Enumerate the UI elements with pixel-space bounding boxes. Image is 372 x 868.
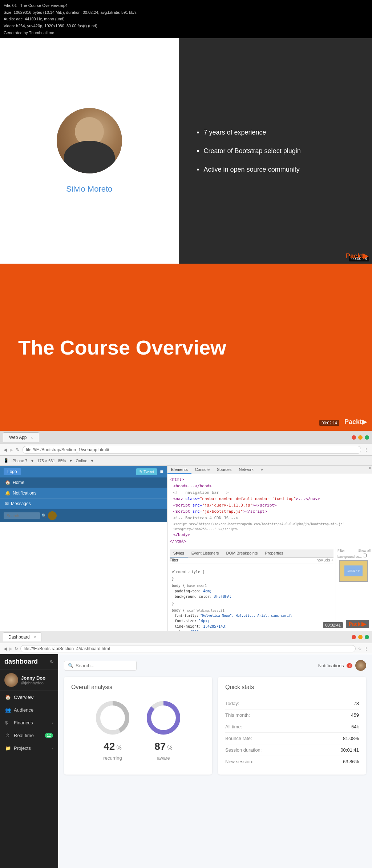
dash-max-btn[interactable] [365, 635, 369, 639]
bullet-3: Active in open source community [197, 165, 354, 174]
quick-stats-title: Quick stats [225, 684, 359, 691]
donut-recurring: 42 % recurring [93, 698, 133, 761]
search-icon: 🔍 [41, 513, 46, 518]
dash-tab[interactable]: Dashboard × [3, 632, 41, 641]
styles-filter: Filter :hov .cls + [170, 558, 333, 564]
nav-notifications[interactable]: 🔔 Notifications [0, 488, 167, 499]
minimize-btn[interactable] [358, 435, 363, 440]
webapp-preview: Logo ✎ Tweet ≡ 🏠 Home 🔔 Notifications ✉ … [0, 466, 167, 631]
dash-address[interactable]: file:///E:/Bootstrap/Section_4/dashboard… [20, 645, 356, 652]
nav-home[interactable]: 🏠 Home [0, 477, 167, 488]
device-bar: 📱 iPhone 7 ▼ 175 × 661 85% ▼ Online ▼ [0, 456, 372, 466]
background-checkbox[interactable] [363, 553, 367, 558]
webapp-navbar: Logo ✎ Tweet ≡ [0, 466, 167, 477]
quick-stats-card: Quick stats Today: 78 This month: 459 Al… [218, 677, 366, 775]
dash-window-controls [352, 635, 369, 639]
video-info: Video: h264, yuv420p, 1920x1080, 30.00 f… [4, 23, 368, 29]
top-bar-avatar [355, 660, 366, 671]
sidebar-item-projects[interactable]: 📁 Projects › [0, 742, 58, 755]
event-listeners-tab[interactable]: Event Listeners [188, 549, 223, 557]
dash-close-btn[interactable] [352, 635, 356, 639]
timestamp-2: 00:02:14 [319, 420, 339, 426]
elements-tab[interactable]: Elements [167, 466, 191, 474]
refresh-btn[interactable]: ↻ [16, 447, 20, 452]
stat-bounce: Bounce rate: 81.08% [225, 733, 359, 744]
web-app-tab[interactable]: Web App × [3, 432, 39, 442]
recurring-label: 42 % [104, 741, 121, 752]
profile-section: Silvio Moreto 7 years of experience Crea… [0, 38, 372, 264]
sidebar-item-finances[interactable]: $ Finances › [0, 716, 58, 729]
packt-logo-3: Packt▶ [346, 620, 369, 628]
timestamp-3: 00:02:41 [323, 622, 343, 628]
dash-back[interactable]: ◀ [4, 646, 7, 651]
search-input[interactable] [76, 663, 134, 668]
properties-tab[interactable]: Properties [261, 549, 287, 557]
dash-address-bar: ◀ ▶ ↻ file:///E:/Bootstrap/Section_4/das… [0, 643, 372, 654]
styles-panel: Styles Event Listeners DOM Breakpoints P… [167, 547, 336, 631]
more-tabs[interactable]: » [257, 466, 267, 474]
house-icon: 🏠 [5, 695, 11, 700]
course-title: The Course Overview [18, 336, 226, 359]
sidebar-item-audience[interactable]: 👥 Audience [0, 704, 58, 716]
clock-icon: ⏱ [5, 733, 11, 738]
people-icon: 👥 [5, 707, 11, 713]
sidebar-item-overview[interactable]: 🏠 Overview [0, 691, 58, 704]
notifications-badge: 8 [347, 663, 352, 668]
generated-info: Generated by Thumbnail me [4, 29, 368, 36]
dash-min-btn[interactable] [358, 635, 363, 639]
window-controls [352, 435, 369, 440]
device-name[interactable]: iPhone 7 [12, 459, 27, 463]
dash-star[interactable]: ☆ [358, 646, 362, 651]
sources-tab[interactable]: Sources [213, 466, 235, 474]
search-icon: 🔍 [68, 663, 73, 668]
webapp-nav-items: 🏠 Home 🔔 Notifications ✉ Messages [0, 477, 167, 509]
dash-tab-close[interactable]: × [34, 635, 36, 639]
menu-icon[interactable]: ≡ [160, 468, 163, 475]
dash-top-bar: 🔍 Notifications 8 [64, 660, 366, 671]
css-rules: element.style { } body { base.css:1 padd… [170, 565, 333, 631]
stat-today: Today: 78 [225, 698, 359, 709]
search-bar[interactable]: 🔍 [64, 661, 137, 671]
styles-tab[interactable]: Styles [170, 549, 188, 557]
maximize-btn[interactable] [365, 435, 369, 440]
profile-left-panel: Silvio Moreto [0, 38, 179, 264]
packt-logo-1: Packt▶ [346, 252, 368, 260]
overall-analysis-title: Overall analysis [71, 684, 205, 691]
chrome-bar: Web App × [0, 431, 372, 444]
address-bar: ◀ ▶ ↻ file:///E:/Bootstrap/Section_1/web… [0, 444, 372, 456]
close-btn[interactable] [352, 435, 356, 440]
dash-forward[interactable]: ▶ [9, 646, 12, 651]
settings-icon[interactable]: ⋮ [364, 447, 368, 452]
home-icon: 🏠 [5, 480, 11, 485]
close-devtools[interactable]: ✕ [369, 466, 372, 474]
notifications-area: Notifications 8 [318, 660, 366, 671]
sidebar-item-realtime[interactable]: ⏱ Real time 12 [0, 729, 58, 742]
tweet-button[interactable]: ✎ Tweet [136, 468, 157, 475]
audio-info: Audio: aac, 44100 Hz, mono (und) [4, 16, 368, 23]
finances-arrow: › [52, 721, 53, 725]
video-info-bar: File: 01 - The Course Overview.mp4 Size:… [0, 0, 372, 38]
bullet-1: 7 years of experience [197, 128, 354, 137]
dom-breakpoints-tab[interactable]: DOM Breakpoints [223, 549, 262, 557]
projects-arrow: › [52, 746, 53, 751]
file-info: File: 01 - The Course Overview.mp4 [4, 2, 368, 9]
address-text[interactable]: file:///E:/Bootstrap/Section_1/webapp.ht… [23, 446, 361, 454]
dashboard-section: Dashboard × ◀ ▶ ↻ file:///E:/Bootstrap/S… [0, 631, 372, 868]
refresh-icon[interactable]: ↻ [50, 659, 54, 664]
back-btn[interactable]: ◀ [4, 447, 7, 452]
msg-icon: ✉ [5, 501, 9, 506]
notif-icon: 🔔 [5, 491, 11, 496]
nav-messages[interactable]: ✉ Messages [0, 499, 167, 509]
donut-chart-recurring [93, 698, 133, 738]
stat-newsession: New session: 63.86% [225, 756, 359, 767]
dash-refresh[interactable]: ↻ [15, 646, 18, 651]
dash-menu[interactable]: ⋮ [364, 646, 368, 651]
network-tab[interactable]: Network [235, 466, 257, 474]
notifications-label: Notifications [318, 663, 344, 668]
tab-close[interactable]: × [31, 436, 33, 440]
packt-logo-2: Packt▶ [344, 418, 367, 426]
forward-btn[interactable]: ▶ [10, 447, 13, 452]
webapp-search-input[interactable] [4, 512, 40, 519]
console-tab[interactable]: Console [191, 466, 213, 474]
donut-aware: 87 % aware [143, 698, 183, 761]
